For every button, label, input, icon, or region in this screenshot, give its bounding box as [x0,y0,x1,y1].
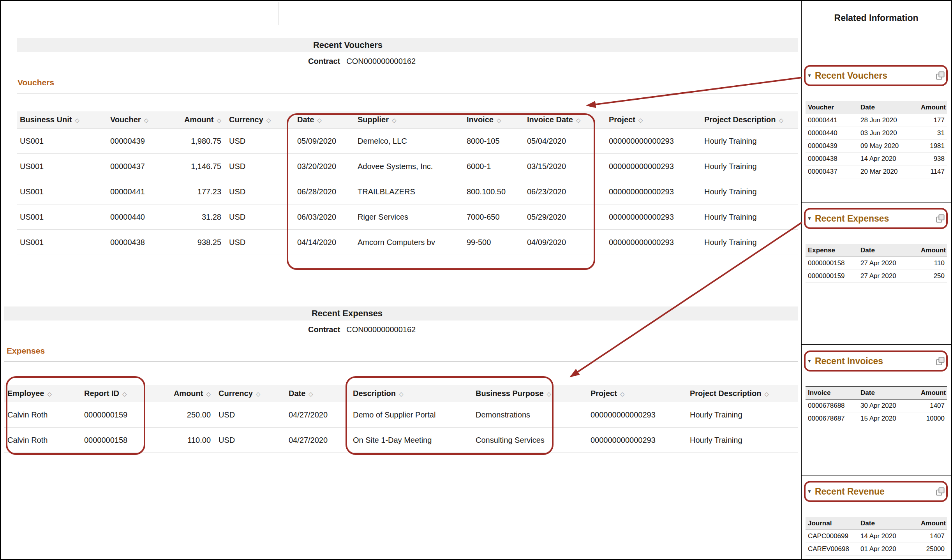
table-cell: 0000678688 [806,400,858,412]
table-cell: 00000437 [806,166,858,178]
sort-icon[interactable]: ◇ [144,117,149,123]
open-in-window-icon[interactable] [935,487,945,496]
column-header-currency[interactable]: Currency◇ [226,111,294,129]
sort-icon[interactable]: ◇ [497,117,501,123]
column-header-invoice-date[interactable]: Invoice Date◇ [524,111,606,129]
sort-icon[interactable]: ◇ [217,117,221,123]
section-header-recent-vouchers[interactable]: ▼ Recent Vouchers [807,68,945,83]
table-cell: Demo of Supplier Portal [350,402,472,428]
column-header-project[interactable]: Project◇ [606,111,701,129]
column-header-amount: Amount [919,244,947,257]
table-cell: 00000440 [806,127,858,140]
column-header-description[interactable]: Description◇ [350,385,472,402]
table-cell: 1981 [919,140,947,153]
open-in-window-icon[interactable] [935,214,945,223]
sort-icon[interactable]: ◇ [122,391,127,397]
column-header-report-id[interactable]: Report ID◇ [81,385,167,402]
collapse-caret-icon[interactable]: ▼ [807,358,812,364]
column-header-label: Employee [7,389,44,398]
section-header-recent-expenses[interactable]: ▼ Recent Expenses [807,211,945,226]
column-header-business-purpose[interactable]: Business Purpose◇ [472,385,587,402]
column-header-amount[interactable]: Amount◇ [177,111,226,129]
sort-icon[interactable]: ◇ [576,117,581,123]
table-cell: 09 May 2020 [858,140,919,153]
sort-icon[interactable]: ◇ [620,391,625,397]
collapse-caret-icon[interactable]: ▼ [807,489,812,494]
open-in-window-icon[interactable] [935,356,945,366]
sidebar-section-recent-vouchers: ▼ Recent Vouchers VoucherDateAmount 0000… [802,60,951,202]
section-header-recent-revenue[interactable]: ▼ Recent Revenue [807,484,945,499]
column-header-label: Voucher [808,104,834,111]
sidebar-table-header-row: InvoiceDateAmount [806,387,947,400]
table-cell: Hourly Training [701,179,798,204]
column-header-label: Amount [184,115,214,124]
table-cell: Demelco, LLC [354,129,464,154]
collapse-caret-icon[interactable]: ▼ [807,73,812,78]
column-header-business-unit[interactable]: Business Unit◇ [17,111,107,129]
section-header-recent-invoices[interactable]: ▼ Recent Invoices [807,354,945,368]
table-cell: Hourly Training [687,428,798,453]
column-header-currency[interactable]: Currency◇ [215,385,286,402]
table-cell: 04/14/2020 [294,230,354,255]
expenses-table: Employee◇Report ID◇Amount◇Currency◇Date◇… [4,385,798,453]
table-cell: US001 [17,230,107,255]
column-header-label: Expense [808,247,835,254]
column-header-project-description[interactable]: Project Description◇ [701,111,798,129]
column-header-date[interactable]: Date◇ [294,111,354,129]
table-cell: 04/27/2020 [286,402,350,428]
column-header-date: Date [858,517,919,530]
table-cell: 1407 [919,400,947,412]
column-header-label: Supplier [358,115,389,124]
column-header-date[interactable]: Date◇ [286,385,350,402]
table-cell: 00000439 [107,129,177,154]
table-cell: 000000000000293 [606,154,701,179]
collapse-caret-icon[interactable]: ▼ [807,216,812,221]
column-header-voucher[interactable]: Voucher◇ [107,111,177,129]
column-header-label: Business Purpose [476,389,544,398]
sort-icon[interactable]: ◇ [309,391,313,397]
table-row: US001000004371,146.75USD03/20/2020Adovee… [17,154,798,179]
table-cell: 00000437 [107,154,177,179]
table-cell: 15 Apr 2020 [858,412,919,425]
table-cell: 0000000159 [81,402,167,428]
expenses-grid-box: Employee◇Report ID◇Amount◇Currency◇Date◇… [4,361,798,453]
sidebar-title: Related Information [802,1,951,60]
table-cell: 14 Apr 2020 [858,153,919,166]
table-cell: 000000000000293 [606,230,701,255]
sort-icon[interactable]: ◇ [399,391,404,397]
column-header-invoice[interactable]: Invoice◇ [464,111,524,129]
table-cell: On Site 1-Day Meeting [350,428,472,453]
column-header-employee[interactable]: Employee◇ [4,385,81,402]
sort-icon[interactable]: ◇ [75,117,79,123]
table-cell: 00000438 [107,230,177,255]
table-cell: 000000000000293 [606,129,701,154]
column-header-project[interactable]: Project◇ [587,385,687,402]
sort-icon[interactable]: ◇ [764,391,769,397]
recent-vouchers-titlebar: Recent Vouchers [17,38,798,52]
sort-icon[interactable]: ◇ [47,391,52,397]
sort-icon[interactable]: ◇ [392,117,397,123]
column-header-label: Currency [229,115,263,124]
sort-icon[interactable]: ◇ [779,117,783,123]
sort-icon[interactable]: ◇ [317,117,322,123]
column-header-project-description[interactable]: Project Description◇ [687,385,798,402]
contract-line: ContractCON000000000162 [1,56,801,66]
table-cell: TRAILBLAZERS [354,179,464,204]
sort-icon[interactable]: ◇ [547,391,552,397]
sort-icon[interactable]: ◇ [256,391,261,397]
table-cell: 05/09/2020 [294,129,354,154]
sort-icon[interactable]: ◇ [206,391,211,397]
sort-icon[interactable]: ◇ [638,117,643,123]
table-cell: US001 [17,154,107,179]
column-header-amount[interactable]: Amount◇ [167,385,215,402]
column-header-label: Date [297,115,314,124]
column-header-supplier[interactable]: Supplier◇ [354,111,464,129]
column-header-label: Business Unit [20,115,72,124]
sort-icon[interactable]: ◇ [266,117,271,123]
table-cell: 0000000158 [81,428,167,453]
column-header-expense: Expense [806,244,858,257]
table-cell: 7000-650 [464,204,524,230]
table-cell: 6000-1 [464,154,524,179]
open-in-window-icon[interactable] [935,71,945,80]
contract-label: Contract [308,57,340,65]
